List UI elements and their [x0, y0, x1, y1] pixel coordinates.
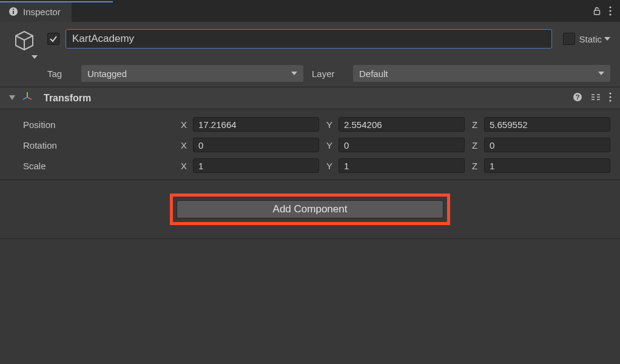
scale-x-input[interactable]: [193, 158, 319, 173]
rotation-z-input[interactable]: [484, 138, 610, 152]
position-row: Position X Y Z: [23, 114, 610, 135]
info-icon: [8, 7, 18, 16]
position-z-label: Z: [472, 120, 480, 130]
svg-point-4: [609, 6, 611, 8]
chevron-down-icon: [291, 72, 297, 75]
tab-title: Inspector: [23, 7, 61, 17]
transform-title: Transform: [44, 93, 91, 104]
scale-y-input[interactable]: [339, 158, 465, 173]
tab-bar: Inspector: [0, 0, 620, 22]
tab-active-indicator: [0, 1, 113, 2]
transform-header[interactable]: Transform ?: [0, 87, 620, 109]
add-component-highlight: Add Component: [170, 194, 450, 225]
help-icon[interactable]: ?: [573, 92, 582, 104]
svg-point-20: [609, 99, 611, 101]
rotation-y-label: Y: [326, 140, 335, 150]
position-x-input[interactable]: [193, 117, 319, 132]
rotation-row: Rotation X Y Z: [23, 135, 610, 155]
chevron-down-icon: [598, 72, 604, 75]
scale-z-label: Z: [472, 161, 480, 171]
tag-dropdown[interactable]: Untagged: [81, 65, 303, 82]
scale-label: Scale: [23, 161, 181, 171]
static-checkbox[interactable]: [563, 33, 575, 45]
scale-row: Scale X Y Z: [23, 155, 610, 176]
svg-rect-2: [13, 9, 14, 10]
position-y-label: Y: [326, 120, 335, 130]
unlock-icon[interactable]: [592, 6, 602, 18]
svg-rect-3: [595, 10, 600, 15]
scale-z-input[interactable]: [484, 158, 610, 173]
scale-y-label: Y: [326, 161, 335, 171]
active-checkbox[interactable]: [47, 33, 59, 45]
position-z-input[interactable]: [484, 117, 610, 132]
rotation-y-input[interactable]: [339, 138, 465, 152]
static-dropdown[interactable]: Static: [579, 34, 610, 44]
svg-text:?: ?: [576, 93, 580, 101]
tab-inspector[interactable]: Inspector: [0, 1, 72, 22]
layer-dropdown[interactable]: Default: [353, 65, 610, 82]
add-component-button[interactable]: Add Component: [177, 200, 443, 218]
position-label: Position: [23, 120, 181, 130]
gameobject-icon-area: [10, 29, 39, 59]
transform-body: Position X Y Z Rotation X Y Z Scale X Y …: [0, 109, 620, 180]
tag-value: Untagged: [87, 69, 127, 79]
tab-bar-right-controls: [592, 1, 620, 22]
kebab-menu-icon[interactable]: [609, 6, 612, 18]
empty-area: [0, 239, 620, 364]
cube-icon[interactable]: [13, 29, 36, 54]
rotation-x-input[interactable]: [193, 138, 319, 152]
position-x-label: X: [181, 120, 189, 130]
tag-layer-row: Tag Untagged Layer Default: [10, 65, 610, 82]
rotation-x-label: X: [181, 140, 189, 150]
svg-rect-1: [13, 11, 14, 14]
gameobject-header: Static Tag Untagged Layer Default: [0, 22, 620, 87]
inspector-window: Inspector: [0, 0, 620, 364]
scale-x-label: X: [181, 161, 189, 171]
svg-point-6: [609, 13, 611, 15]
tag-label: Tag: [47, 69, 73, 79]
svg-line-8: [27, 97, 32, 99]
gameobject-icon-dropdown[interactable]: [10, 54, 39, 59]
layer-value: Default: [359, 69, 388, 79]
rotation-label: Rotation: [23, 140, 181, 150]
svg-point-5: [609, 10, 611, 12]
transform-icon: [22, 92, 33, 104]
gameobject-name-input[interactable]: [66, 29, 552, 49]
layer-label: Layer: [312, 69, 345, 79]
add-component-area: Add Component: [0, 180, 620, 239]
position-y-input[interactable]: [339, 117, 465, 132]
rotation-z-label: Z: [472, 140, 480, 150]
svg-line-9: [23, 97, 27, 99]
svg-point-19: [609, 96, 611, 98]
svg-point-18: [609, 92, 611, 94]
add-component-label: Add Component: [273, 203, 348, 215]
preset-icon[interactable]: [591, 92, 601, 104]
header-name-row: Static: [10, 29, 610, 59]
static-label-text: Static: [579, 34, 602, 44]
foldout-toggle[interactable]: [8, 95, 16, 102]
kebab-menu-icon[interactable]: [609, 92, 612, 104]
